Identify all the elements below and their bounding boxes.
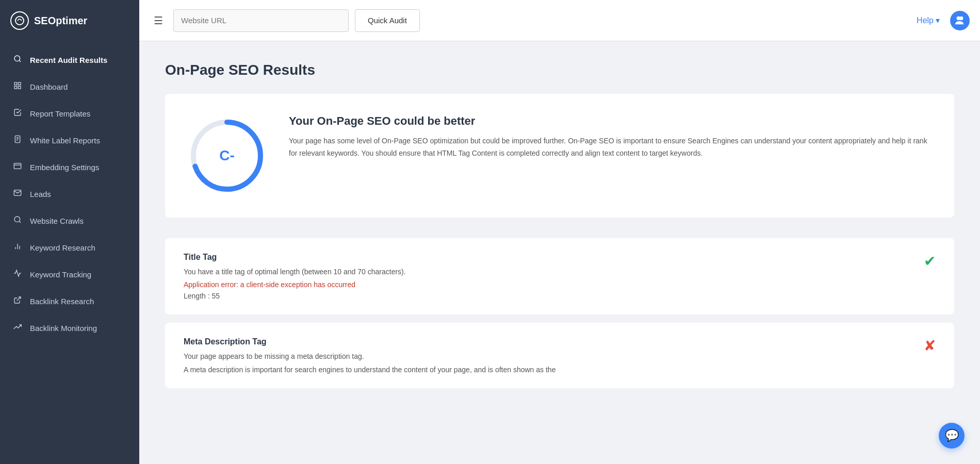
sidebar-label-backlink-research: Backlink Research [30,297,94,306]
svg-rect-7 [14,86,17,89]
url-input[interactable] [173,9,349,32]
sidebar-icon-white-label-reports [12,135,23,145]
pass-icon: ✔ [924,253,936,270]
svg-point-15 [14,217,20,222]
fail-icon: ✘ [924,337,936,354]
sidebar-icon-keyword-tracking [12,269,23,279]
result-item-meta-description-tag: ✘ Meta Description Tag Your page appears… [165,323,954,388]
sidebar-icon-keyword-research [12,242,23,253]
svg-line-4 [19,60,21,62]
sidebar-label-keyword-tracking: Keyword Tracking [30,270,91,279]
svg-rect-8 [18,86,21,89]
sidebar-item-embedding-settings[interactable]: Embedding Settings [0,154,139,180]
result-title-meta-description-tag: Meta Description Tag [184,337,936,346]
sidebar-label-website-crawls: Website Crawls [30,217,84,225]
svg-rect-6 [18,82,21,85]
sidebar-icon-leads [12,189,23,199]
sidebar-label-leads: Leads [30,190,51,198]
content-area: On-Page SEO Results C- Your On-Page SEO … [139,41,980,464]
quick-audit-button[interactable]: Quick Audit [355,9,420,32]
result-meta-meta-description-tag: A meta description is important for sear… [184,366,936,374]
result-text-meta-description-tag: Your page appears to be missing a meta d… [184,351,936,362]
sidebar-icon-embedding-settings [12,162,23,172]
sidebar-icon-recent-audit-results [12,55,23,65]
score-section: C- Your On-Page SEO could be better Your… [165,94,954,218]
sidebar-label-backlink-monitoring: Backlink Monitoring [30,324,97,333]
sidebar-item-dashboard[interactable]: Dashboard [0,73,139,100]
help-label: Help [917,16,934,25]
sidebar-label-recent-audit-results: Recent Audit Results [30,56,107,64]
svg-line-20 [17,297,21,301]
result-text-title-tag: You have a title tag of optimal length (… [184,266,936,277]
sidebar-item-recent-audit-results[interactable]: Recent Audit Results [0,46,139,73]
result-title-title-tag: Title Tag [184,253,936,262]
sidebar-icon-website-crawls [12,216,23,226]
sidebar-label-dashboard: Dashboard [30,82,68,91]
help-arrow: ▾ [936,15,940,25]
results-container: ✔ Title Tag You have a title tag of opti… [165,238,954,388]
topbar: ☰ Quick Audit Help ▾ [139,0,980,41]
sidebar-item-report-templates[interactable]: Report Templates [0,100,139,127]
sidebar-item-keyword-tracking[interactable]: Keyword Tracking [0,261,139,288]
page-title: On-Page SEO Results [165,62,954,78]
sidebar-icon-backlink-research [12,296,23,306]
help-button[interactable]: Help ▾ [917,15,940,25]
sidebar-item-backlink-research[interactable]: Backlink Research [0,288,139,314]
score-gauge: C- [186,114,268,197]
result-meta-title-tag: Length : 55 [184,292,936,300]
logo-icon [10,11,29,30]
result-item-title-tag: ✔ Title Tag You have a title tag of opti… [165,238,954,314]
sidebar-item-backlink-monitoring[interactable]: Backlink Monitoring [0,314,139,341]
score-text-area: Your On-Page SEO could be better Your pa… [289,114,934,160]
sidebar-item-white-label-reports[interactable]: White Label Reports [0,127,139,154]
logo-text: SEOptimer [34,15,87,27]
sidebar-icon-report-templates [12,108,23,119]
svg-line-16 [19,221,21,223]
sidebar-item-website-crawls[interactable]: Website Crawls [0,207,139,234]
sidebar-item-keyword-research[interactable]: Keyword Research [0,234,139,261]
topbar-right: Help ▾ [917,11,970,30]
score-grade: C- [219,147,235,164]
chat-button[interactable]: 💬 [939,423,965,449]
svg-rect-13 [14,163,21,169]
user-avatar[interactable] [950,11,970,30]
hamburger-button[interactable]: ☰ [150,12,167,29]
svg-rect-5 [14,82,17,85]
sidebar-item-leads[interactable]: Leads [0,180,139,207]
sidebar-label-keyword-research: Keyword Research [30,243,95,252]
sidebar-label-report-templates: Report Templates [30,109,90,118]
svg-point-3 [14,56,20,61]
result-error-title-tag: Application error: a client-side excepti… [184,280,936,289]
svg-point-0 [15,16,24,25]
score-description: Your page has some level of On-Page SEO … [289,135,934,160]
sidebar: Recent Audit Results Dashboard Report Te… [0,41,139,464]
sidebar-icon-backlink-monitoring [12,323,23,333]
sidebar-logo-area: SEOptimer [0,0,139,41]
sidebar-icon-dashboard [12,81,23,92]
sidebar-label-white-label-reports: White Label Reports [30,136,100,145]
svg-point-2 [959,16,963,20]
sidebar-label-embedding-settings: Embedding Settings [30,163,99,172]
score-heading: Your On-Page SEO could be better [289,114,934,128]
